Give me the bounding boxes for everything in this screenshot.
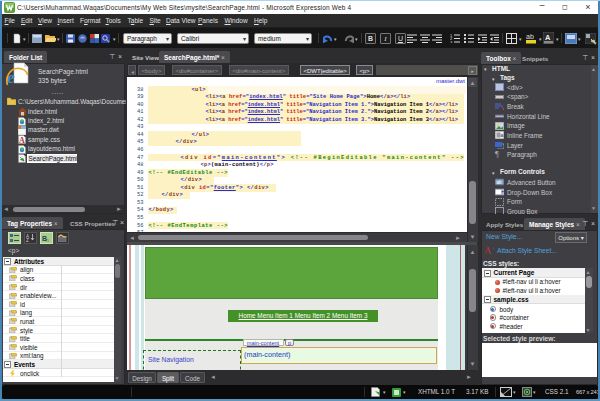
svg-text:n: n	[46, 237, 49, 242]
svg-text:a: a	[501, 132, 504, 138]
svg-text:3: 3	[450, 40, 453, 44]
svg-text:A: A	[545, 33, 551, 42]
svg-text:A: A	[19, 136, 25, 144]
svg-text:ab: ab	[526, 33, 534, 40]
svg-text:ab: ab	[497, 180, 503, 185]
svg-text:Z: Z	[26, 238, 29, 242]
svg-text:A: A	[485, 246, 491, 254]
